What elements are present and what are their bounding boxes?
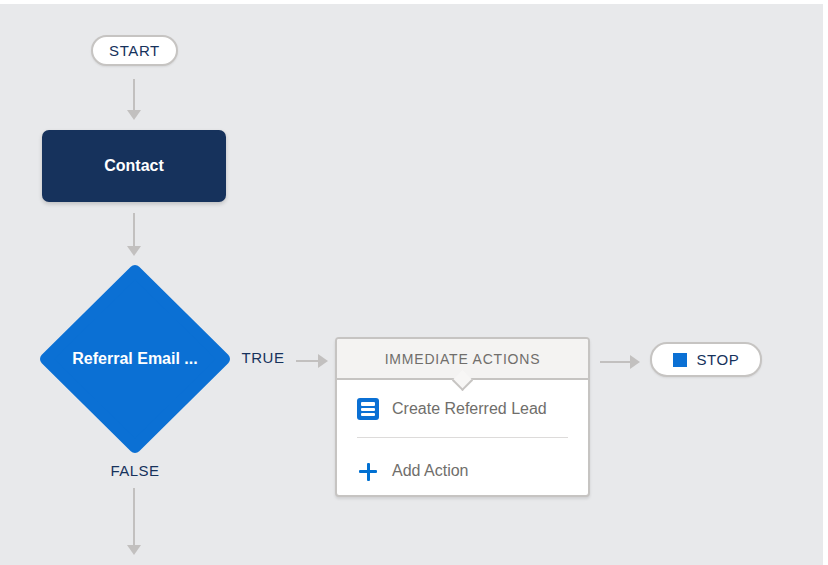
connector-false-next: [133, 488, 135, 545]
stop-node: STOP: [650, 342, 762, 377]
add-action-label: Add Action: [392, 462, 469, 480]
true-branch-label: TRUE: [234, 349, 292, 366]
start-node: START: [91, 35, 178, 66]
arrowhead-contact-criteria: [127, 246, 141, 256]
connector-contact-criteria: [133, 213, 135, 246]
plus-icon: [357, 460, 379, 482]
connector-start-contact: [133, 79, 135, 110]
action-item-label: Create Referred Lead: [392, 400, 547, 418]
object-node-contact[interactable]: Contact: [42, 130, 226, 202]
actions-divider: [357, 437, 568, 438]
criteria-node[interactable]: Referral Email ...: [40, 265, 230, 453]
start-label: START: [109, 42, 160, 59]
stop-label: STOP: [697, 351, 740, 368]
immediate-actions-header-label: IMMEDIATE ACTIONS: [385, 351, 541, 367]
arrowhead-start-contact: [127, 110, 141, 120]
criteria-node-label: Referral Email ...: [40, 265, 230, 453]
flow-canvas: START Contact Referral Email ... TRUE IM…: [0, 4, 823, 565]
object-node-label: Contact: [104, 157, 164, 175]
connector-actions-stop: [600, 361, 630, 363]
stop-square-icon: [673, 353, 687, 367]
process-builder-canvas: START Contact Referral Email ... TRUE IM…: [0, 0, 828, 565]
connector-true-actions: [296, 360, 318, 362]
arrowhead-true-actions: [318, 354, 328, 368]
false-branch-label: FALSE: [103, 462, 167, 479]
record-create-icon: [357, 398, 379, 420]
immediate-actions-panel: IMMEDIATE ACTIONS Create Referred Lead A…: [335, 337, 590, 497]
add-action-button[interactable]: Add Action: [337, 445, 588, 497]
arrowhead-false-next: [127, 545, 141, 555]
arrowhead-actions-stop: [630, 355, 640, 369]
